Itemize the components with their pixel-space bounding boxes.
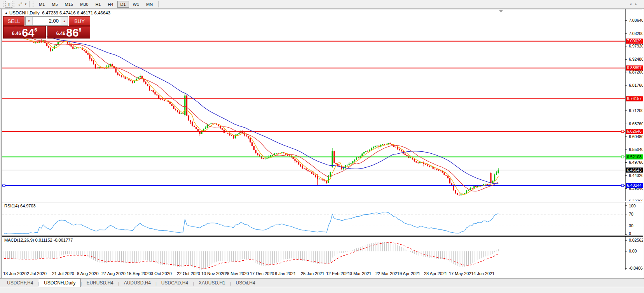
chart-tab-eurusd[interactable]: EURUSD,H4: [82, 279, 118, 287]
price-axis: 7.086407.032006.979206.924806.872006.817…: [625, 9, 643, 201]
date-tick-label: 15 Sep 2020: [127, 271, 151, 276]
date-tick-label: 3 Mar 2021: [350, 271, 372, 276]
rsi-panel-canvas[interactable]: RSI(14) 64.9703 10070300: [2, 202, 643, 235]
styler-icon[interactable]: ⤢: [16, 1, 24, 8]
rsi-tick-label: 30: [629, 223, 634, 228]
rsi-label: RSI(14) 64.9703: [4, 204, 36, 208]
level-price-label: 6.88897: [627, 65, 642, 70]
toolbar-grip[interactable]: [3, 2, 4, 7]
macd-panel-canvas[interactable]: MACD(12,26,9) 0.011152 -0.001777 0.02562…: [2, 237, 643, 270]
price-chart-canvas[interactable]: 7.086407.032006.979206.924806.872006.817…: [2, 9, 643, 201]
date-tick-label: 10 Nov 2020: [201, 271, 225, 276]
macd-signal-line: [4, 243, 498, 268]
timeframe-button-mn[interactable]: MN: [143, 1, 156, 8]
macd-histogram: [4, 242, 498, 270]
buy-price-big: 86: [66, 28, 79, 38]
macd-tick-label: 0.025623: [629, 238, 643, 242]
volume-decrease-icon[interactable]: ▼: [26, 17, 33, 25]
level-price-label: 7.00029: [627, 39, 642, 43]
toolbar-separator: [158, 1, 159, 7]
macd-axis: 0.0256230.00-0.040687: [625, 237, 643, 270]
price-tick-label: 6.60480: [629, 134, 643, 139]
date-tick-label: 8 Aug 2020: [77, 271, 99, 276]
timeframe-button-d1[interactable]: D1: [117, 1, 129, 8]
buy-button[interactable]: BUY: [69, 16, 90, 26]
buy-price-prefix: 6.46: [56, 31, 65, 36]
toolbar-grip[interactable]: [14, 2, 15, 7]
chart-expand-icon[interactable]: ▲: [5, 11, 8, 15]
level-line-handle[interactable]: [621, 184, 624, 187]
price-tick-label: 6.44320: [629, 173, 643, 178]
level-line-handle[interactable]: [621, 156, 624, 158]
date-tick-label: 22 Mar 2021: [375, 271, 400, 276]
timeframe-button-h4[interactable]: H4: [105, 1, 116, 8]
ma-13-line: [4, 28, 498, 191]
level-price-label: 6.40244: [627, 183, 642, 188]
chart-tab-usoil[interactable]: USOil,H4: [231, 279, 260, 287]
sell-price-display[interactable]: 6.46 64 6: [3, 26, 46, 39]
price-tick-label: 6.97920: [629, 44, 643, 48]
current-price-label: 6.46643: [627, 168, 642, 172]
price-tick-label: 6.81760: [629, 83, 643, 88]
toolbar-grip[interactable]: [33, 2, 34, 7]
rsi-tick-label: 0: [629, 231, 631, 235]
timeframe-button-h1[interactable]: H1: [92, 1, 104, 8]
date-tick-label: 17 May 2021: [449, 271, 474, 276]
styler-dropdown-icon[interactable]: ▾: [24, 2, 27, 6]
candles: [33, 39, 499, 196]
price-tick-label: 7.08640: [629, 18, 643, 23]
price-tick-label: 6.49760: [629, 160, 643, 165]
price-tick-label: 6.55040: [629, 147, 643, 152]
chart-ohlc-values: 6.47239 6.47416 6.46171 6.46643: [42, 11, 110, 15]
date-tick-label: 17 Dec 2020: [250, 271, 274, 276]
tab-scroll-left-icon[interactable]: ◂: [630, 2, 635, 6]
buy-price-sup: 8: [79, 27, 81, 33]
rsi-tick-label: 100: [629, 204, 636, 208]
date-tick-label: 28 Nov 2020: [225, 271, 249, 276]
timeframe-button-w1[interactable]: W1: [130, 1, 143, 8]
macd-tick-label: -0.040687: [629, 266, 643, 270]
toolbar: T ⤢ ▾ M1M5M15M30H1H4D1W1MN: [0, 0, 644, 9]
date-tick-label: 25 Jan 2021: [301, 271, 325, 276]
volume-stepper: ▼ 2.00 ▲: [25, 16, 68, 26]
date-tick-label: 28 Apr 2021: [424, 271, 447, 276]
chart-tab-usdchf[interactable]: USDCHF,H4: [2, 279, 38, 287]
volume-increase-icon[interactable]: ▲: [61, 17, 68, 25]
chart-tab-bar: USDCHF,H4|USDCNH,Daily|EURUSD,H4|AUDUSD,…: [0, 278, 644, 287]
date-tick-label: 21 Jul 2020: [52, 271, 74, 276]
date-tick-label: 4 Jun 2021: [473, 271, 494, 276]
sell-button[interactable]: SELL: [3, 16, 24, 26]
macd-label: MACD(12,26,9) 0.011152 -0.001777: [4, 238, 73, 242]
level-price-label: 6.52108: [627, 154, 642, 159]
time-axis[interactable]: 13 Jun 20202 Jul 202021 Jul 20208 Aug 20…: [2, 270, 643, 278]
date-tick-label: 6 Jan 2021: [275, 271, 296, 276]
level-line-handle[interactable]: [621, 130, 624, 133]
chart-shift-marker[interactable]: [499, 10, 503, 12]
timeframe-button-m15[interactable]: M15: [62, 1, 76, 8]
status-bar: [0, 287, 644, 293]
date-tick-label: 27 Aug 2020: [101, 271, 126, 276]
chart-tab-xauusd[interactable]: XAUUSD,H1: [194, 279, 230, 287]
tab-scroll-arrows[interactable]: ◂▸: [630, 2, 641, 6]
timeframe-button-m1[interactable]: M1: [36, 1, 48, 8]
level-price-label: 6.76157: [627, 96, 642, 101]
level-line-handle[interactable]: [3, 184, 5, 187]
text-tool-icon[interactable]: T: [5, 1, 12, 8]
sell-price-prefix: 6.46: [12, 31, 21, 36]
date-tick-label: 22 Oct 2020: [177, 271, 200, 276]
chart-tab-usdcad[interactable]: USDCAD,H4: [157, 279, 193, 287]
price-tick-label: 6.33760: [629, 199, 643, 201]
timeframe-button-m30[interactable]: M30: [77, 1, 91, 8]
price-tick-label: 6.92480: [629, 57, 643, 61]
chart-tab-usdcnh[interactable]: USDCNH,Daily: [39, 279, 80, 287]
chart-tab-audusd[interactable]: AUDUSD,H4: [119, 279, 155, 287]
sell-price-sup: 6: [34, 27, 37, 33]
moving-average-lines: [4, 22, 498, 195]
one-click-trade-panel: SELL ▼ 2.00 ▲ BUY 6.46 64 6 6.46 86 8: [3, 16, 90, 39]
buy-price-display[interactable]: 6.46 86 8: [47, 26, 90, 39]
timeframe-button-m5[interactable]: M5: [49, 1, 61, 8]
price-tick-label: 6.65760: [629, 121, 643, 126]
rsi-guides: [2, 214, 625, 226]
volume-input[interactable]: 2.00: [33, 17, 61, 25]
tab-scroll-right-icon[interactable]: ▸: [635, 2, 641, 6]
